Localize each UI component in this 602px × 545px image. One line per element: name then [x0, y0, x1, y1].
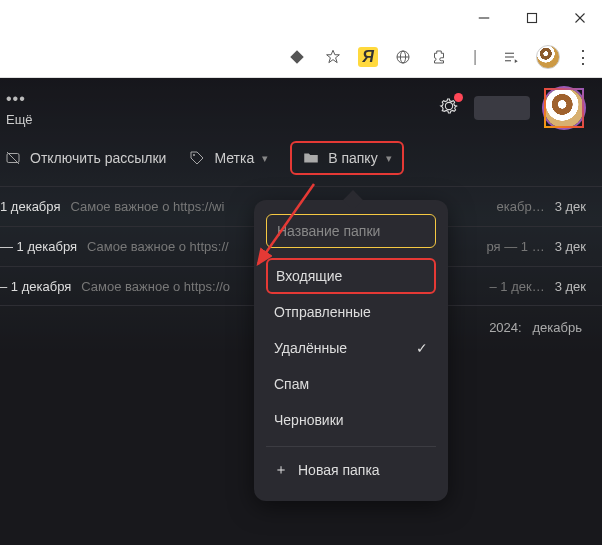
- row-tail: – 1 дек…: [489, 279, 544, 294]
- mail-app: ••• Ещё Отключить рассылки Метка ▾ В пап…: [0, 78, 602, 545]
- folder-option-label: Удалённые: [274, 340, 347, 356]
- new-folder-label: Новая папка: [298, 462, 380, 478]
- folder-option-inbox[interactable]: Входящие: [266, 258, 436, 294]
- more-label[interactable]: Ещё: [0, 112, 33, 127]
- label-button[interactable]: Метка ▾: [188, 149, 268, 167]
- row-preview: Самое важное о https://: [87, 239, 229, 254]
- user-avatar[interactable]: [544, 88, 584, 128]
- footer-year: 2024:: [489, 320, 522, 335]
- row-date: 3 дек: [555, 239, 586, 254]
- label-text: Метка: [214, 150, 254, 166]
- diamond-icon[interactable]: [286, 46, 308, 68]
- footer-month: декабрь: [533, 320, 582, 335]
- row-subject: 1 декабря: [0, 199, 60, 214]
- kebab-menu-icon[interactable]: ⋮: [574, 46, 592, 68]
- globe-icon[interactable]: [392, 46, 414, 68]
- plus-icon: ＋: [274, 461, 288, 479]
- svg-point-12: [193, 154, 195, 156]
- svg-rect-1: [528, 14, 537, 23]
- check-icon: ✓: [416, 340, 428, 356]
- folder-option-trash[interactable]: Удалённые ✓: [266, 330, 436, 366]
- row-subject: – 1 декабря: [0, 279, 71, 294]
- row-date: 3 дек: [555, 199, 586, 214]
- browser-toolbar: Я | ⋮: [0, 36, 602, 78]
- extensions-icon[interactable]: [428, 46, 450, 68]
- row-preview: Самое важное о https://wi: [70, 199, 224, 214]
- chevron-down-icon: ▾: [262, 152, 268, 165]
- folder-name-input[interactable]: [266, 214, 436, 248]
- row-tail: екабр…: [497, 199, 545, 214]
- unsubscribe-button[interactable]: Отключить рассылки: [4, 149, 166, 167]
- app-header: ••• Ещё: [0, 78, 602, 138]
- notification-dot-icon: [454, 93, 463, 102]
- folder-option-label: Черновики: [274, 412, 344, 428]
- user-name-pill[interactable]: [474, 96, 530, 120]
- folder-option-label: Входящие: [276, 268, 342, 284]
- star-icon[interactable]: [322, 46, 344, 68]
- minimize-button[interactable]: [470, 4, 498, 32]
- folder-option-label: Спам: [274, 376, 309, 392]
- tag-icon: [188, 149, 206, 167]
- move-to-folder-button[interactable]: В папку ▾: [290, 141, 403, 175]
- folder-option-sent[interactable]: Отправленные: [266, 294, 436, 330]
- mail-toolbar: Отключить рассылки Метка ▾ В папку ▾: [0, 138, 602, 178]
- folder-icon: [302, 149, 320, 167]
- row-preview: Самое важное о https://o: [81, 279, 230, 294]
- window-controls: [0, 0, 602, 36]
- profile-avatar-icon[interactable]: [536, 45, 560, 69]
- chevron-down-icon: ▾: [386, 152, 392, 165]
- folder-option-drafts[interactable]: Черновики: [266, 402, 436, 438]
- row-date: 3 дек: [555, 279, 586, 294]
- more-dots-icon[interactable]: •••: [0, 90, 33, 108]
- folder-label: В папку: [328, 150, 377, 166]
- row-tail: ря — 1 …: [486, 239, 544, 254]
- folder-option-label: Отправленные: [274, 304, 371, 320]
- folder-dropdown: Входящие Отправленные Удалённые ✓ Спам Ч…: [254, 200, 448, 501]
- settings-button[interactable]: [438, 95, 460, 121]
- close-button[interactable]: [566, 4, 594, 32]
- yandex-extension-icon[interactable]: Я: [358, 47, 378, 67]
- footer-period: 2024: декабрь: [489, 320, 582, 335]
- new-folder-button[interactable]: ＋ Новая папка: [266, 455, 436, 485]
- unsubscribe-label: Отключить рассылки: [30, 150, 166, 166]
- divider: [266, 446, 436, 447]
- unsubscribe-icon: [4, 149, 22, 167]
- folder-option-spam[interactable]: Спам: [266, 366, 436, 402]
- divider: |: [464, 46, 486, 68]
- maximize-button[interactable]: [518, 4, 546, 32]
- playlist-icon[interactable]: [500, 46, 522, 68]
- row-subject: — 1 декабря: [0, 239, 77, 254]
